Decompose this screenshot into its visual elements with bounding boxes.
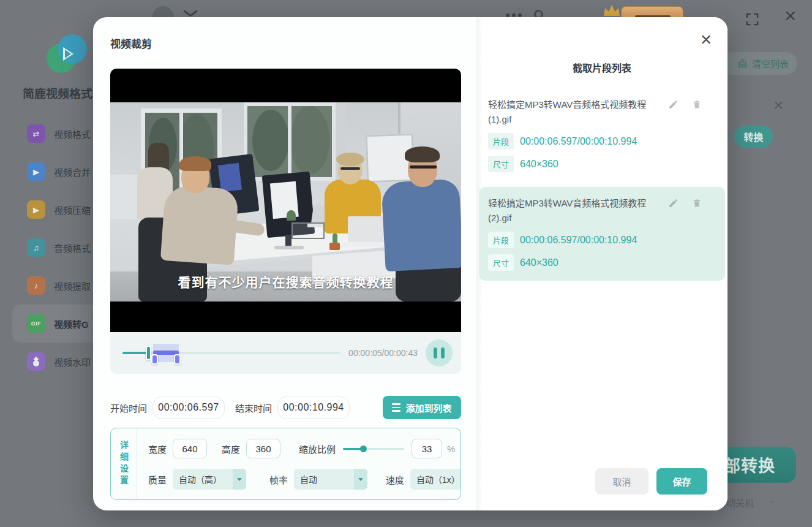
fps-value: 自动: [294, 469, 323, 490]
progress-fill: [122, 352, 149, 354]
audio-extract-icon: ♪: [27, 276, 45, 295]
playhead-handle[interactable]: [146, 346, 151, 360]
audio-format-icon: ♫: [27, 238, 45, 257]
start-time-label: 开始时间: [110, 401, 147, 414]
sidebar-item-video-to-gif[interactable]: GIF 视频转G: [12, 305, 93, 343]
clip-time-range: 00:00:06.597/00:00:10.994: [520, 235, 637, 246]
crop-pane: 视频裁剪: [93, 17, 476, 510]
quality-select[interactable]: 自动（高）: [173, 469, 246, 490]
app-name: 简鹿视频格式: [23, 85, 93, 101]
media-group: 看到有不少用户在搜索音频转换教程 00:00:05/00:00:43: [110, 69, 461, 374]
size-badge: 尺寸: [488, 156, 514, 172]
vip-badge[interactable]: [621, 6, 683, 17]
height-input[interactable]: 360: [246, 439, 280, 458]
edit-pencil-icon[interactable]: [668, 99, 679, 110]
edit-pencil-icon[interactable]: [668, 198, 679, 208]
sidebar-item-label: 音频格式: [54, 241, 91, 254]
clip-name: 轻松搞定MP3转WAV音频格式视频教程: [488, 196, 672, 211]
window-close-icon[interactable]: ×: [784, 6, 796, 26]
fps-select[interactable]: 自动: [294, 469, 367, 490]
scale-label: 缩放比例: [299, 442, 336, 455]
speed-label: 速度: [386, 473, 404, 486]
sidebar-item-audio-format[interactable]: ♫ 音频格式: [12, 229, 93, 267]
end-time-label: 结束时间: [235, 401, 272, 414]
delete-trash-icon[interactable]: [692, 198, 702, 208]
size-badge: 尺寸: [488, 254, 514, 271]
clip-badge: 片段: [488, 232, 514, 248]
width-label: 宽度: [148, 442, 167, 455]
quality-label: 质量: [148, 473, 167, 486]
height-label: 高度: [222, 442, 240, 455]
trim-start-handle[interactable]: [151, 354, 158, 365]
chevron-down-icon: [233, 469, 246, 490]
scale-input[interactable]: 33: [412, 439, 442, 458]
sidebar-item-video-format[interactable]: ⇄ 视频格式: [12, 115, 93, 153]
scale-slider[interactable]: [343, 448, 404, 450]
end-time-input[interactable]: 00:00:10.994: [277, 396, 350, 419]
player-bar: 00:00:05/00:00:43: [110, 332, 461, 374]
app-logo-play-icon: [47, 34, 87, 75]
progress-track[interactable]: [122, 343, 340, 363]
help-icon[interactable]: [534, 10, 543, 17]
sidebar-item-video-watermark[interactable]: 视频水印: [12, 343, 93, 381]
detail-settings-label: 详细设置: [111, 428, 137, 499]
sidebar-item-video-compress[interactable]: ▶ 视频压缩: [12, 191, 93, 229]
save-button[interactable]: 保存: [656, 468, 707, 495]
avatar[interactable]: [152, 6, 174, 17]
add-to-list-button[interactable]: 添加到列表: [383, 396, 461, 419]
watermark-drop-icon: [27, 352, 45, 371]
clip-list-item-selected[interactable]: 轻松搞定MP3转WAV音频格式视频教程 (2).gif 片段 00:00:06.…: [479, 187, 725, 281]
sidebar-item-label: 视频提取: [54, 279, 91, 292]
speed-value: 自动（1x）: [410, 469, 461, 490]
sidebar-nav: ⇄ 视频格式 ▶ 视频合并 ▶ 视频压缩 ♫ 音频格式 ♪ 视频提取 GIF 视…: [0, 115, 93, 381]
fullscreen-icon[interactable]: [745, 12, 759, 26]
trim-times-row: 开始时间 00:00:06.597 结束时间 00:00:10.994 添加到列…: [110, 396, 461, 419]
sidebar-item-video-merge[interactable]: ▶ 视频合并: [12, 153, 93, 191]
convert-button[interactable]: 转换: [734, 126, 773, 148]
chevron-down-icon: ▾: [770, 498, 773, 507]
video-crop-dialog: 视频裁剪: [93, 17, 727, 510]
clip-filename: (2).gif: [488, 211, 672, 226]
add-to-list-label: 添加到列表: [405, 401, 451, 414]
clip-time-range: 00:00:06.597/00:00:10.994: [520, 136, 637, 147]
sidebar-item-video-extract[interactable]: ♪ 视频提取: [12, 267, 93, 305]
video-format-icon: ⇄: [27, 124, 45, 143]
clip-size: 640×360: [520, 159, 558, 170]
video-preview: 看到有不少用户在搜索音频转换教程: [110, 69, 461, 332]
clear-list-button[interactable]: 清空列表: [721, 52, 797, 75]
percent-label: %: [447, 444, 455, 454]
speed-select[interactable]: 自动（1x）: [410, 469, 461, 490]
width-input[interactable]: 640: [173, 439, 207, 458]
clip-list-title: 截取片段列表: [476, 60, 727, 75]
dialog-title: 视频裁剪: [110, 36, 152, 51]
pause-button[interactable]: [426, 339, 453, 366]
video-compress-icon: ▶: [27, 200, 45, 219]
dialog-close-icon[interactable]: ×: [701, 31, 712, 49]
remove-task-icon[interactable]: ×: [773, 96, 783, 115]
detail-settings-panel: 详细设置 宽度 640 高度 360 缩放比例 33 %: [110, 428, 461, 500]
top-bar: [0, 0, 812, 17]
app-window: × 简鹿视频格式 ⇄ 视频格式 ▶ 视频合并 ▶ 视频压缩 ♫ 音频格式: [0, 0, 812, 527]
clip-size: 640×360: [520, 257, 558, 268]
scale-slider-handle[interactable]: [360, 445, 367, 452]
hamburger-icon: [392, 403, 400, 412]
settings-row-encode: 质量 自动（高） 帧率 自动 速度 自动（1x）: [148, 468, 461, 490]
video-merge-icon: ▶: [27, 162, 45, 181]
delete-trash-icon[interactable]: [692, 99, 702, 110]
sidebar-item-label: 视频合并: [54, 165, 91, 178]
sidebar-item-label: 视频格式: [54, 127, 91, 140]
sidebar-item-label: 视频压缩: [54, 203, 91, 216]
trim-end-handle[interactable]: [174, 354, 181, 365]
clip-filename: (1).gif: [488, 112, 672, 127]
start-time-input[interactable]: 00:00:06.597: [152, 396, 225, 419]
sidebar: 简鹿视频格式 ⇄ 视频格式 ▶ 视频合并 ▶ 视频压缩 ♫ 音频格式 ♪ 视频提…: [0, 0, 93, 527]
clip-list-pane: × 截取片段列表 轻松搞定MP3转WAV音频格式视频教程 (1).gif: [476, 17, 727, 510]
chevron-down-icon: [354, 469, 367, 490]
quality-value: 自动（高）: [173, 469, 228, 490]
clip-list: 轻松搞定MP3转WAV音频格式视频教程 (1).gif 片段 00:00:06.…: [476, 88, 727, 281]
cancel-button[interactable]: 取消: [595, 468, 648, 495]
sidebar-item-label: 视频转G: [54, 317, 89, 330]
clip-list-item[interactable]: 轻松搞定MP3转WAV音频格式视频教程 (1).gif 片段 00:00:06.…: [479, 88, 725, 182]
fps-label: 帧率: [269, 473, 288, 486]
video-subtitle: 看到有不少用户在搜索音频转换教程: [110, 272, 461, 290]
